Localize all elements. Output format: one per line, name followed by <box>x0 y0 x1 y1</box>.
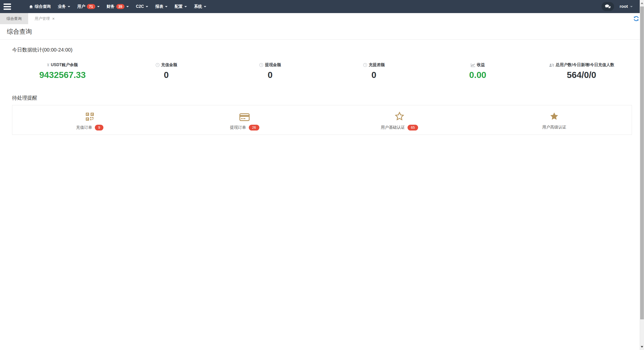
nav-item-users[interactable]: 用户 71 <box>75 0 102 13</box>
stat-withdraw-amount: 提现金额 0 <box>218 62 322 80</box>
nav-item-dashboard[interactable]: 综合查询 <box>27 0 53 13</box>
pending-advanced-verification[interactable]: 用户高级认证 <box>477 111 632 130</box>
stat-usdt-balance: ¥ USDT账户余额 9432567.33 <box>11 62 114 80</box>
main-menu: 综合查询 业务 用户 71 财务 35 C2C 报表 配置 系统 <box>27 0 209 13</box>
finance-count-badge: 35 <box>116 4 125 9</box>
star-filled-icon <box>477 111 632 121</box>
scroll-down-arrow-icon[interactable] <box>641 346 643 348</box>
scrollbar-thumb[interactable] <box>640 7 644 319</box>
nav-item-c2c[interactable]: C2C <box>133 0 151 13</box>
nav-item-config[interactable]: 配置 <box>172 0 189 13</box>
nav-item-system[interactable]: 系统 <box>191 0 209 13</box>
credit-card-icon <box>167 111 322 121</box>
comments-icon <box>605 4 611 9</box>
menu-toggle-icon[interactable] <box>4 2 14 11</box>
qrcode-icon <box>12 111 167 121</box>
current-user[interactable]: root <box>620 4 628 9</box>
basic-verification-badge: 65 <box>408 125 418 130</box>
stat-profit: 收益 0.00 <box>426 62 530 80</box>
tab-user-management[interactable]: 用户管理 ✕ <box>28 13 61 24</box>
nav-item-business[interactable]: 业务 <box>55 0 73 13</box>
stat-deposit-withdraw-diff: 充提差额 0 <box>322 62 426 80</box>
stat-deposit-amount: 充值金额 0 <box>114 62 218 80</box>
refresh-button[interactable] <box>633 15 639 22</box>
chevron-down-icon <box>204 6 206 7</box>
navbar-right: root <box>601 2 633 11</box>
close-tab-icon[interactable]: ✕ <box>52 17 55 21</box>
clock-icon <box>259 63 263 67</box>
nav-item-finance[interactable]: 财务 35 <box>104 0 132 13</box>
chevron-down-icon <box>146 6 148 7</box>
chevron-down-icon <box>97 6 100 7</box>
clock-icon <box>363 63 367 67</box>
stats-row: ¥ USDT账户余额 9432567.33 充值金额 0 提现金额 0 充提差额 <box>0 62 644 80</box>
page-title: 综合查询 <box>7 27 644 36</box>
nav-item-reports[interactable]: 报表 <box>153 0 170 13</box>
pending-deposit-orders[interactable]: 充值订单 9 <box>12 111 167 130</box>
stat-value: 0.00 <box>426 70 530 80</box>
withdraw-orders-badge: 26 <box>249 125 259 130</box>
deposit-orders-badge: 9 <box>95 125 103 130</box>
pending-basic-verification[interactable]: 用户基础认证 65 <box>322 111 477 130</box>
chevron-down-icon[interactable] <box>630 6 633 7</box>
users-icon <box>549 63 554 67</box>
clock-icon <box>155 63 160 67</box>
chevron-down-icon <box>184 6 187 7</box>
stat-value: 0 <box>114 70 218 80</box>
top-navbar: 综合查询 业务 用户 71 财务 35 C2C 报表 配置 系统 <box>0 0 644 13</box>
tab-comprehensive-query[interactable]: 综合查询 <box>0 13 28 24</box>
stat-value: 0 <box>218 70 322 80</box>
chevron-down-icon <box>68 6 70 7</box>
stat-value: 9432567.33 <box>11 70 114 80</box>
tab-bar: 综合查询 用户管理 ✕ <box>0 13 644 24</box>
chevron-down-icon <box>165 6 168 7</box>
chevron-down-icon <box>126 6 129 7</box>
stat-value: 564/0/0 <box>530 70 633 80</box>
stat-total-users: 总用户数/今日新增/今日充值人数 564/0/0 <box>530 62 633 80</box>
users-count-badge: 71 <box>87 4 95 9</box>
pending-section-heading: 待处理提醒 <box>12 95 644 101</box>
yen-icon: ¥ <box>47 63 49 67</box>
pending-withdraw-orders[interactable]: 提现订单 26 <box>167 111 322 130</box>
line-chart-icon <box>471 63 475 67</box>
stat-value: 0 <box>322 70 426 80</box>
pending-box: 充值订单 9 提现订单 26 用户基础认证 65 <box>12 105 632 135</box>
scroll-up-arrow-icon[interactable] <box>641 2 643 4</box>
page-header: 综合查询 <box>0 24 644 40</box>
stats-section-heading: 今日数据统计(00:00-24:00) <box>12 47 644 53</box>
vertical-scrollbar[interactable] <box>640 0 644 350</box>
star-outline-icon <box>322 111 477 121</box>
home-icon <box>29 5 33 9</box>
messages-button[interactable] <box>601 2 614 11</box>
refresh-icon <box>633 16 639 22</box>
